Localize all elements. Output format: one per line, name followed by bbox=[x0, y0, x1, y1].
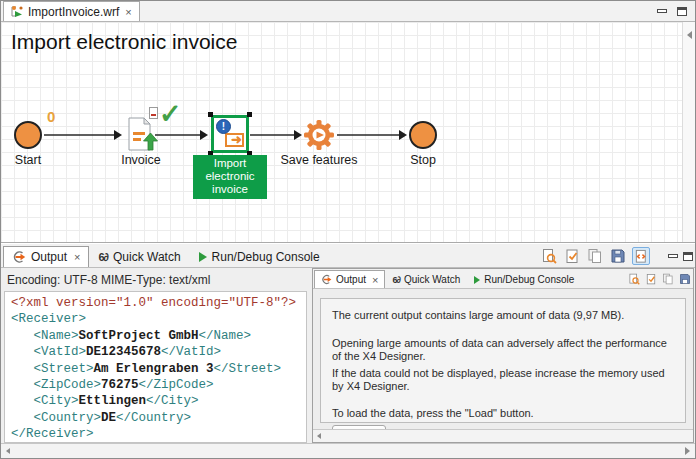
nested-tab-output-label: Output bbox=[336, 274, 366, 285]
validation-check-icon: ✓ bbox=[159, 98, 182, 130]
bottom-panel: Output × 6∂ Quick Watch Run/Debug Consol… bbox=[1, 244, 695, 458]
bottom-content: Encoding: UTF-8 MIME-Type: text/xml <?xm… bbox=[1, 268, 695, 443]
import-arrow-icon: ➜ bbox=[231, 134, 242, 146]
editor-area-buttons bbox=[657, 1, 695, 21]
nested-tab-run-debug[interactable]: Run/Debug Console bbox=[467, 270, 581, 288]
glasses-icon: 6∂ bbox=[392, 275, 399, 285]
nested-tab-run-debug-label: Run/Debug Console bbox=[484, 274, 574, 285]
save-features-node-label: Save features bbox=[274, 153, 364, 167]
xml-line: <Name>SoftProject GmbH</Name> bbox=[11, 328, 300, 344]
tab-output-label: Output bbox=[31, 250, 67, 264]
edge-count-label: 0 bbox=[47, 108, 55, 125]
tab-quick-watch[interactable]: 6∂ Quick Watch bbox=[89, 246, 189, 267]
xml-line: <Street>Am Erlengraben 3</Street> bbox=[11, 361, 300, 377]
workflow-file-icon bbox=[11, 5, 24, 18]
import-label-line1: Import bbox=[193, 157, 267, 170]
xml-line: <VatId>DE12345678</VatId> bbox=[11, 344, 300, 360]
stop-node[interactable] bbox=[409, 121, 437, 149]
scroll-left-icon[interactable] bbox=[6, 448, 10, 454]
nested-toolbar bbox=[627, 272, 692, 288]
validate-output-icon[interactable] bbox=[644, 272, 658, 286]
xml-line: <Country>DE</Country> bbox=[11, 410, 300, 426]
nested-tab-quick-watch[interactable]: 6∂ Quick Watch bbox=[385, 270, 467, 288]
copy-output-icon[interactable] bbox=[586, 247, 604, 265]
large-output-message-box: The current output contains large amount… bbox=[320, 298, 686, 423]
encoding-info: Encoding: UTF-8 MIME-Type: text/xml bbox=[4, 270, 307, 291]
output-icon bbox=[12, 250, 26, 264]
stop-node-label: Stop bbox=[395, 153, 451, 167]
invoice-document-icon bbox=[128, 117, 159, 152]
workflow-edges bbox=[1, 22, 695, 243]
output-xml-pane: Encoding: UTF-8 MIME-Type: text/xml <?xm… bbox=[1, 268, 309, 443]
nested-tab-output[interactable]: Output × bbox=[314, 270, 385, 288]
collapse-left-icon[interactable] bbox=[687, 31, 692, 39]
bottom-minimize-icon[interactable] bbox=[668, 254, 678, 258]
xml-line: <City>Ettlingen</City> bbox=[11, 393, 300, 409]
editor-tab-label: ImportInvoice.wrf bbox=[28, 5, 119, 19]
message-size: The current output contains large amount… bbox=[332, 309, 674, 322]
play-icon bbox=[199, 252, 207, 262]
canvas-scrollbar[interactable] bbox=[682, 22, 695, 242]
maximize-icon[interactable] bbox=[677, 7, 687, 16]
show-source-icon[interactable] bbox=[632, 247, 650, 265]
tab-output-close-icon[interactable]: × bbox=[74, 251, 80, 263]
save-output-icon[interactable] bbox=[609, 247, 627, 265]
tab-run-debug-label: Run/Debug Console bbox=[212, 250, 320, 264]
invoice-node[interactable] bbox=[128, 117, 159, 152]
scroll-right-icon[interactable] bbox=[685, 447, 690, 455]
import-label-line2: electronic bbox=[193, 170, 267, 183]
output-toolbar bbox=[540, 247, 693, 267]
editor-tab-importinvoice[interactable]: ImportInvoice.wrf × bbox=[3, 1, 140, 21]
invoice-node-label: Invoice bbox=[111, 153, 171, 167]
xml-line: </Receiver> bbox=[11, 426, 300, 442]
message-memory: If the data could not be displayed, plea… bbox=[332, 367, 674, 393]
copy-output-icon[interactable] bbox=[661, 272, 675, 286]
tab-run-debug-console[interactable]: Run/Debug Console bbox=[190, 246, 329, 267]
tab-quick-watch-label: Quick Watch bbox=[113, 250, 181, 264]
validation-document-icon bbox=[149, 107, 158, 119]
tab-output[interactable]: Output × bbox=[3, 246, 89, 267]
selection-handle[interactable] bbox=[247, 112, 252, 117]
message-load-hint: To load the data, press the "Load" butto… bbox=[332, 407, 674, 420]
bottom-horizontal-scrollbar[interactable] bbox=[1, 443, 695, 458]
play-icon bbox=[474, 276, 480, 284]
editor-tab-close-icon[interactable]: × bbox=[125, 6, 131, 18]
xml-line: <?xml version="1.0" encoding="UTF-8"?> bbox=[11, 295, 300, 311]
validate-output-icon[interactable] bbox=[563, 247, 581, 265]
bottom-tabbar: Output × 6∂ Quick Watch Run/Debug Consol… bbox=[1, 244, 695, 268]
save-output-icon[interactable] bbox=[678, 272, 692, 286]
xml-line: <ZipCode>76275</ZipCode> bbox=[11, 377, 300, 393]
xml-line: <Receiver> bbox=[11, 311, 300, 327]
x4-designer-window: ImportInvoice.wrf × Import electronic in… bbox=[0, 0, 696, 459]
bottom-maximize-icon[interactable] bbox=[683, 252, 693, 261]
gear-play-icon bbox=[303, 119, 335, 151]
start-node-label: Start bbox=[1, 153, 56, 167]
preview-output-icon[interactable] bbox=[540, 247, 558, 265]
import-info-badge-icon: ! bbox=[216, 119, 231, 134]
start-node[interactable] bbox=[14, 121, 42, 149]
output-message-pane: Output × 6∂ Quick Watch Run/Debug Consol… bbox=[312, 268, 694, 443]
selection-handle[interactable] bbox=[208, 112, 213, 117]
large-output-notice: The current output contains large amount… bbox=[313, 289, 693, 429]
import-electronic-invoice-node[interactable]: ➜ ! bbox=[211, 115, 249, 153]
xml-code[interactable]: <?xml version="1.0" encoding="UTF-8"?><R… bbox=[4, 291, 307, 443]
nested-tab-quick-watch-label: Quick Watch bbox=[404, 274, 460, 285]
glasses-icon: 6∂ bbox=[98, 251, 108, 263]
editor-tabbar: ImportInvoice.wrf × bbox=[1, 1, 695, 22]
message-performance: Opening large amounts of data can advers… bbox=[332, 337, 674, 363]
save-features-node[interactable] bbox=[303, 119, 335, 151]
output-icon bbox=[321, 274, 332, 285]
nested-tab-output-close-icon[interactable]: × bbox=[372, 274, 378, 286]
minimize-icon[interactable] bbox=[657, 9, 667, 13]
nested-tabbar: Output × 6∂ Quick Watch Run/Debug Consol… bbox=[313, 269, 693, 289]
scroll-left-icon[interactable] bbox=[317, 433, 321, 439]
workflow-canvas[interactable]: Import electronic invoice 0 Start bbox=[1, 22, 695, 243]
import-node-label: Import electronic invoice bbox=[193, 155, 267, 199]
preview-output-icon[interactable] bbox=[627, 272, 641, 286]
import-label-line3: invoice bbox=[193, 183, 267, 196]
nested-horizontal-scrollbar[interactable] bbox=[313, 429, 693, 442]
